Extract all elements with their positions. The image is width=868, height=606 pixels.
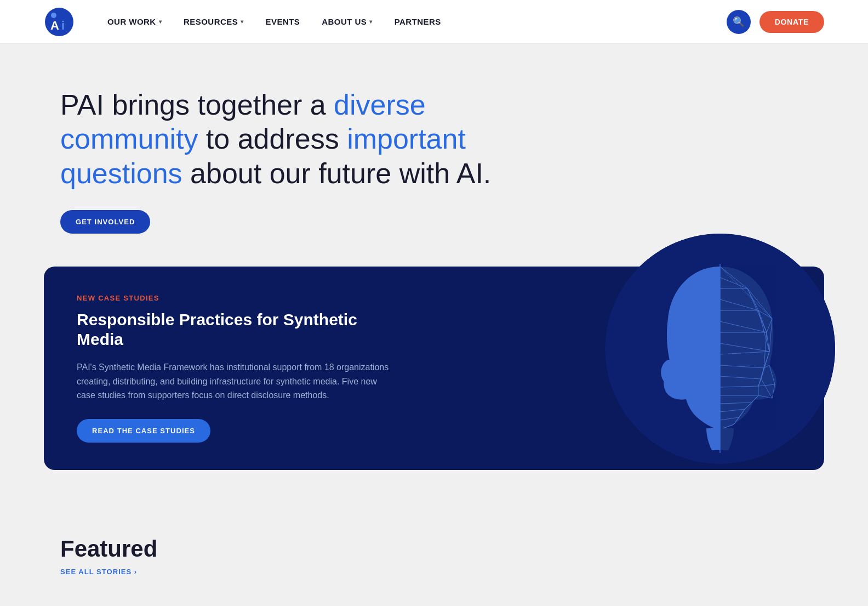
- get-involved-button[interactable]: GET INVOLVED: [60, 210, 150, 234]
- nav-item-events[interactable]: EVENTS: [266, 17, 300, 26]
- nav-item-our-work[interactable]: OUR WORK ▾: [107, 17, 162, 26]
- nav-links: OUR WORK ▾ RESOURCES ▾ EVENTS ABOUT US ▾…: [107, 17, 727, 26]
- navbar: A i OUR WORK ▾ RESOURCES ▾ EVENTS ABOUT …: [0, 0, 868, 44]
- featured-section: Featured SEE ALL STORIES ›: [0, 503, 868, 598]
- nav-right: 🔍 DONATE: [727, 10, 824, 34]
- chevron-down-icon: ▾: [241, 19, 243, 25]
- chevron-down-icon: ▾: [159, 19, 162, 25]
- donate-button[interactable]: DONATE: [760, 11, 824, 33]
- nav-item-partners[interactable]: PARTNERS: [395, 17, 441, 26]
- svg-point-1: [51, 13, 56, 18]
- card-content: NEW CASE STUDIES Responsible Practices f…: [44, 267, 427, 470]
- svg-text:A: A: [50, 19, 59, 32]
- read-case-studies-button[interactable]: READ THE CASE STUDIES: [77, 419, 210, 443]
- card-tag: NEW CASE STUDIES: [77, 294, 395, 302]
- nav-item-about-us[interactable]: ABOUT US ▾: [322, 17, 372, 26]
- card-section: NEW CASE STUDIES Responsible Practices f…: [0, 267, 868, 503]
- card-title: Responsible Practices for Synthetic Medi…: [77, 310, 395, 349]
- logo[interactable]: A i: [44, 8, 75, 36]
- feature-card: NEW CASE STUDIES Responsible Practices f…: [44, 267, 824, 470]
- search-icon: 🔍: [733, 16, 745, 28]
- search-button[interactable]: 🔍: [727, 10, 751, 34]
- card-description: PAI's Synthetic Media Framework has inst…: [77, 360, 395, 403]
- hero-section: PAI brings together a diverse community …: [0, 44, 868, 267]
- synthetic-media-image: [605, 234, 835, 464]
- svg-point-0: [45, 8, 73, 36]
- featured-title: Featured: [60, 536, 808, 562]
- see-all-stories-link[interactable]: SEE ALL STORIES ›: [60, 568, 137, 576]
- hero-headline: PAI brings together a diverse community …: [60, 88, 553, 190]
- svg-text:i: i: [61, 19, 65, 32]
- chevron-down-icon: ▾: [369, 19, 372, 25]
- nav-item-resources[interactable]: RESOURCES ▾: [184, 17, 244, 26]
